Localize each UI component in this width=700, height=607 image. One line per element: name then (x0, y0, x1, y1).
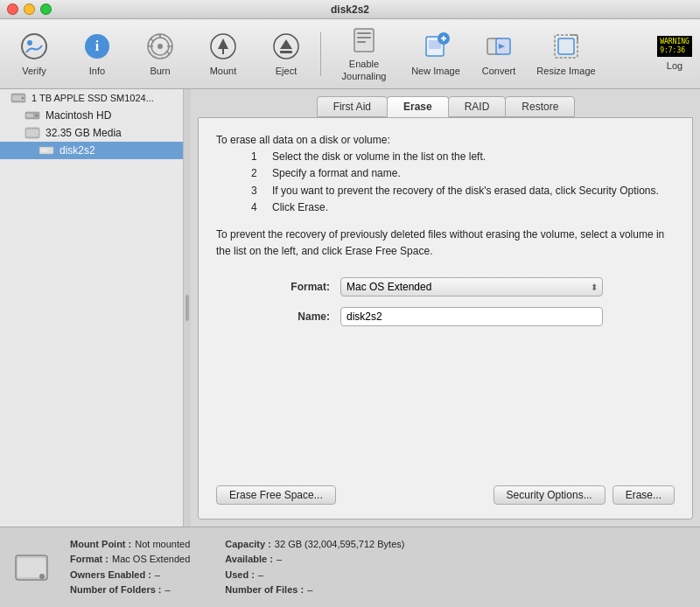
svg-rect-16 (354, 29, 374, 52)
tab-erase[interactable]: Erase (387, 96, 449, 117)
sidebar-item-ssd[interactable]: 1 TB APPLE SSD SM1024... (0, 89, 183, 107)
toolbar-new-image[interactable]: New Image (405, 23, 466, 86)
disk2s2-icon (38, 144, 54, 157)
format-select-wrapper: Mac OS Extended Mac OS Extended (Journal… (340, 277, 603, 297)
used-value: – (258, 569, 263, 582)
tab-raid[interactable]: RAID (448, 96, 507, 117)
format-label: Format: (269, 281, 330, 293)
main-content: 1 TB APPLE SSD SM1024... Macintosh HD 32… (0, 89, 700, 527)
ssd-disk-icon (10, 92, 26, 104)
eject-label: Eject (276, 66, 297, 77)
window-title: disk2s2 (331, 3, 369, 16)
svg-point-33 (22, 97, 24, 100)
info-files: Number of Files : – (225, 583, 404, 597)
mount-point-key: Mount Point : (70, 538, 131, 551)
step3-text: If you want to prevent the recovery of t… (272, 183, 659, 199)
minimize-button[interactable] (24, 3, 35, 15)
enable-journaling-label: Enable Journaling (328, 59, 400, 81)
svg-rect-40 (40, 149, 47, 152)
svg-point-1 (27, 40, 32, 45)
info-format: Format : Mac OS Extended (70, 553, 190, 566)
burn-icon (144, 31, 176, 62)
toolbar-mount[interactable]: Mount (192, 23, 254, 86)
mount-point-value: Not mounted (135, 538, 190, 551)
journaling-icon (348, 25, 380, 55)
maximize-button[interactable] (40, 3, 52, 15)
ssd-label: 1 TB APPLE SSD SM1024... (32, 93, 154, 103)
svg-point-43 (39, 574, 45, 579)
media-icon (24, 127, 40, 139)
files-key: Number of Files : (225, 583, 304, 597)
info-mount-point: Mount Point : Not mounted (70, 538, 190, 551)
toolbar-info[interactable]: i Info (66, 23, 128, 86)
tab-restore[interactable]: Restore (505, 96, 575, 117)
svg-rect-28 (558, 38, 574, 54)
svg-marker-14 (280, 39, 292, 49)
titlebar: disk2s2 (0, 0, 700, 19)
used-key: Used : (225, 569, 255, 582)
mount-label: Mount (210, 66, 237, 77)
step1-num: 1 (251, 149, 265, 165)
toolbar-log[interactable]: WARNING 9:7:36 Log (653, 23, 696, 86)
info-available: Available : – (225, 553, 404, 566)
step3-num: 3 (251, 183, 265, 199)
name-input[interactable] (340, 307, 603, 326)
info-columns: Mount Point : Not mounted Format : Mac O… (70, 538, 686, 597)
toolbar-burn[interactable]: Burn (130, 23, 191, 86)
erase-content: To erase all data on a disk or volume: 1… (198, 117, 693, 520)
owners-value: – (155, 569, 160, 582)
step4-text: Click Erase. (272, 199, 328, 216)
sidebar-item-macintosh-hd[interactable]: Macintosh HD (0, 107, 183, 124)
eject-icon (270, 31, 302, 62)
name-label: Name: (269, 310, 330, 323)
erase-step-1: 1 Select the disk or volume in the list … (251, 149, 675, 165)
sidebar-resize-handle[interactable] (184, 89, 191, 527)
right-panel: First Aid Erase RAID Restore To erase al… (191, 89, 700, 527)
svg-marker-11 (218, 38, 228, 49)
svg-rect-15 (280, 51, 292, 53)
svg-point-6 (158, 44, 163, 49)
capacity-value: 32 GB (32,004,595,712 Bytes) (275, 538, 405, 551)
format-value: Mac OS Extended (112, 553, 190, 566)
info-col-right: Capacity : 32 GB (32,004,595,712 Bytes) … (225, 538, 404, 597)
step1-text: Select the disk or volume in the list on… (272, 149, 486, 165)
verify-icon (18, 31, 50, 62)
svg-rect-38 (26, 129, 38, 136)
toolbar: Verify i Info Bur (0, 19, 700, 89)
tab-first-aid[interactable]: First Aid (317, 96, 388, 117)
format-select[interactable]: Mac OS Extended Mac OS Extended (Journal… (340, 277, 603, 297)
step4-num: 4 (251, 199, 265, 216)
window-controls[interactable] (0, 3, 52, 15)
available-value: – (276, 553, 282, 566)
erase-free-space-button[interactable]: Erase Free Space... (216, 485, 336, 505)
svg-rect-35 (26, 114, 33, 117)
new-image-icon (420, 31, 452, 62)
svg-rect-19 (357, 41, 366, 43)
macintosh-hd-label: Macintosh HD (46, 109, 111, 122)
new-image-label: New Image (411, 66, 460, 77)
erase-button[interactable]: Erase... (612, 485, 675, 505)
info-folders: Number of Folders : – (70, 583, 190, 597)
toolbar-verify[interactable]: Verify (4, 23, 65, 86)
erase-step-2: 2 Specify a format and name. (251, 165, 675, 182)
close-button[interactable] (7, 3, 18, 15)
erase-description: To erase all data on a disk or volume: 1… (216, 132, 675, 260)
sidebar-item-disk2s2[interactable]: disk2s2 (0, 142, 183, 159)
toolbar-eject[interactable]: Eject (256, 23, 317, 86)
available-key: Available : (225, 553, 273, 566)
toolbar-resize-image[interactable]: Resize Image (531, 23, 601, 86)
security-options-button[interactable]: Security Options... (494, 485, 606, 505)
toolbar-convert[interactable]: Convert (468, 23, 529, 86)
info-icon: i (81, 31, 113, 62)
button-row: Erase Free Space... Security Options... … (216, 485, 675, 505)
format-row: Format: Mac OS Extended Mac OS Extended … (216, 277, 675, 297)
resize-image-label: Resize Image (536, 66, 595, 77)
resize-dot (186, 295, 189, 321)
owners-key: Owners Enabled : (70, 569, 151, 582)
toolbar-enable-journaling[interactable]: Enable Journaling (325, 23, 403, 86)
mount-icon (207, 31, 239, 62)
right-buttons: Security Options... Erase... (494, 485, 675, 505)
files-value: – (307, 583, 312, 597)
sidebar-item-media[interactable]: 32.35 GB Media (0, 124, 183, 142)
bottom-bar: Mount Point : Not mounted Format : Mac O… (0, 527, 700, 607)
